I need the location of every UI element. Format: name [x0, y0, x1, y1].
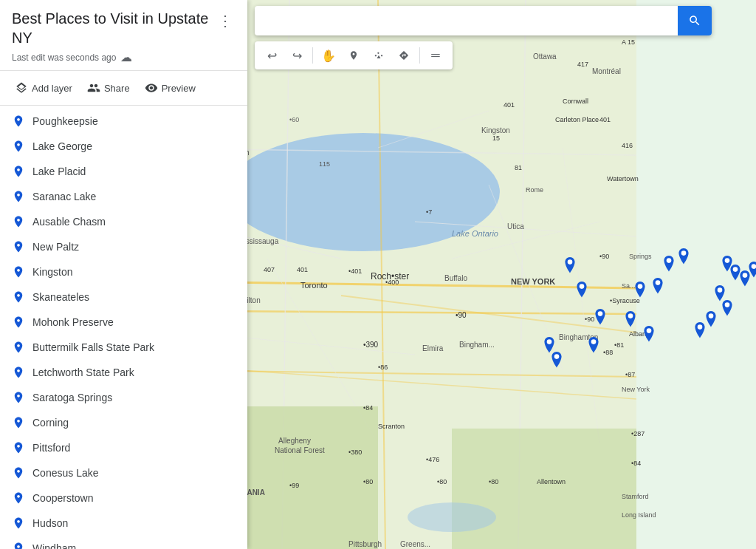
map-marker[interactable] [676, 248, 691, 273]
search-button[interactable] [678, 6, 712, 35]
place-item[interactable]: Hudson [0, 511, 247, 536]
place-item[interactable]: New Paltz [0, 234, 247, 259]
sidebar-toolbar: Add layer Share Preview [0, 71, 247, 106]
search-input[interactable] [255, 15, 678, 27]
svg-text:401: 401 [297, 266, 308, 273]
place-item[interactable]: Kingston [0, 259, 247, 284]
map-marker[interactable] [549, 352, 564, 377]
place-pin-icon [12, 366, 25, 379]
place-pin-icon [12, 316, 25, 329]
place-item[interactable]: Corning [0, 410, 247, 435]
preview-button[interactable]: Preview [139, 77, 202, 99]
place-item[interactable]: Windham [0, 536, 247, 549]
place-name-text: Kingston [32, 266, 72, 278]
svg-text:417: 417 [577, 61, 588, 68]
place-item[interactable]: Letchworth State Park [0, 360, 247, 385]
map-marker[interactable] [704, 311, 718, 336]
svg-text:Buffalo: Buffalo [444, 274, 467, 282]
map-tools: ↩ ↪ ✋ ═ [255, 41, 453, 69]
map-marker[interactable] [650, 278, 665, 303]
place-item[interactable]: Ausable Chasm [0, 209, 247, 234]
svg-text:Long Island: Long Island [622, 511, 656, 519]
title-row: Best Places to Visit in Upstate NY ⋮ [12, 9, 236, 47]
place-item[interactable]: Lake Placid [0, 159, 247, 184]
map-marker[interactable] [633, 282, 647, 307]
svg-point-97 [568, 259, 573, 265]
svg-text:•60: •60 [289, 116, 299, 123]
svg-text:407: 407 [264, 266, 275, 273]
map-searchbar[interactable] [255, 6, 712, 35]
place-pin-icon [12, 516, 25, 530]
svg-text:Bingham...: Bingham... [459, 341, 495, 349]
pan-button[interactable]: ✋ [317, 44, 340, 67]
place-pin-icon [12, 391, 25, 404]
svg-text:Watertown: Watertown [607, 175, 639, 183]
place-name-text: Hudson [32, 517, 68, 529]
map-marker[interactable] [642, 326, 656, 351]
place-item[interactable]: Mohonk Preserve [0, 310, 247, 335]
add-layer-label: Add layer [32, 83, 72, 94]
svg-point-22 [408, 502, 496, 532]
svg-point-95 [628, 313, 633, 318]
map-marker[interactable] [593, 309, 608, 334]
svg-text:Allegheny: Allegheny [278, 437, 311, 445]
map-marker[interactable] [574, 282, 589, 307]
redo-button[interactable]: ↪ [286, 44, 308, 67]
svg-text:Scranton: Scranton [378, 423, 405, 430]
place-pin-icon [12, 115, 25, 128]
place-pin-icon [12, 341, 25, 354]
place-item[interactable]: Conesus Lake [0, 460, 247, 485]
tool-separator-1 [312, 47, 313, 64]
place-name-text: Lake Placid [32, 166, 86, 177]
svg-text:•401: •401 [348, 267, 362, 275]
preview-label: Preview [162, 83, 196, 94]
place-name-text: Corning [32, 417, 69, 429]
svg-rect-21 [452, 429, 636, 549]
svg-text:115: 115 [319, 160, 330, 168]
shape-button[interactable] [368, 44, 390, 67]
undo-button[interactable]: ↩ [261, 44, 283, 67]
svg-text:Carleton Place: Carleton Place [555, 116, 599, 123]
svg-text:Cornwall: Cornwall [563, 98, 588, 105]
svg-point-109 [717, 287, 722, 293]
svg-text:•88: •88 [603, 349, 613, 356]
place-item[interactable]: Poughkeepsie [0, 109, 247, 134]
ruler-button[interactable]: ═ [425, 44, 447, 67]
place-item[interactable]: Buttermilk Falls State Park [0, 335, 247, 360]
place-pin-icon [12, 466, 25, 480]
svg-text:NEW YORK: NEW YORK [511, 277, 555, 286]
place-item[interactable]: Skaneateles [0, 284, 247, 310]
place-name-text: Pittsford [32, 442, 70, 454]
sidebar: Best Places to Visit in Upstate NY ⋮ Las… [0, 0, 247, 549]
place-item[interactable]: Lake George [0, 134, 247, 159]
last-edit-row: Last edit was seconds ago ☁ [12, 50, 236, 64]
sidebar-header: Best Places to Visit in Upstate NY ⋮ Las… [0, 0, 247, 71]
map-marker[interactable] [720, 300, 735, 325]
place-item[interactable]: Saratoga Springs [0, 385, 247, 410]
share-button[interactable]: Share [81, 77, 136, 99]
map-marker[interactable] [563, 257, 577, 282]
add-layer-button[interactable]: Add layer [9, 77, 78, 99]
svg-text:Pittsburgh: Pittsburgh [348, 540, 382, 548]
svg-text:Rome: Rome [526, 186, 543, 194]
svg-point-99 [547, 339, 552, 344]
place-pin-icon [12, 265, 25, 279]
map-marker[interactable] [623, 311, 638, 336]
svg-text:New York: New York [622, 386, 650, 393]
svg-point-98 [579, 284, 584, 289]
directions-button[interactable] [393, 44, 415, 67]
place-item[interactable]: Cooperstown [0, 485, 247, 511]
place-item[interactable]: Pittsford [0, 435, 247, 460]
map-marker[interactable] [746, 262, 756, 287]
more-options-button[interactable]: ⋮ [215, 9, 236, 33]
svg-point-92 [681, 250, 686, 256]
place-name-text: Lake George [32, 140, 92, 152]
marker-button[interactable] [343, 44, 365, 67]
map-marker[interactable] [586, 337, 601, 362]
svg-text:Greens...: Greens... [400, 540, 430, 548]
share-label: Share [104, 83, 130, 94]
place-name-text: Cooperstown [32, 492, 94, 504]
place-item[interactable]: Saranac Lake [0, 184, 247, 209]
map-marker[interactable] [662, 256, 676, 281]
svg-point-91 [667, 258, 672, 263]
